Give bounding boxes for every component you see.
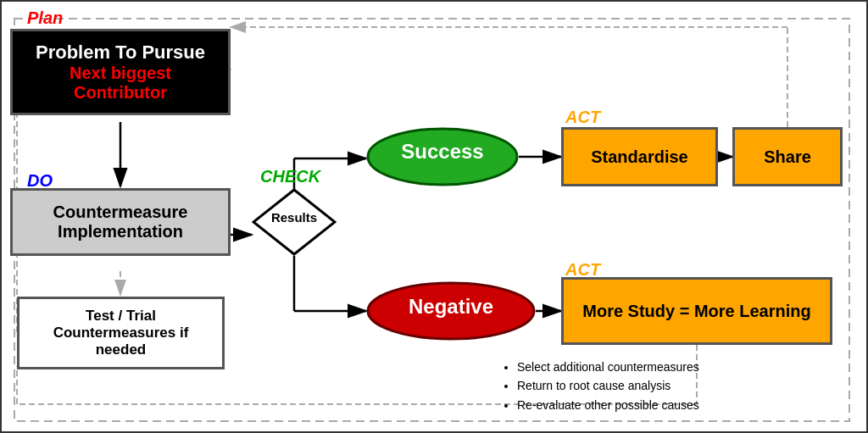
diamond-results [252,188,337,256]
morestudy-text: More Study = More Learning [582,301,810,321]
problem-line2: Next biggest Contributor [21,64,220,103]
box-test: Test / Trial Countermeasures if needed [17,297,225,369]
ellipse-negative [366,281,536,341]
ellipse-success [366,127,519,186]
svg-point-22 [368,283,534,339]
box-standardise: Standardise [561,127,718,186]
countermeasure-text: Countermeasure Implementation [21,203,220,241]
bullet-list: Select additional countermeasuresReturn … [502,358,699,414]
problem-line1: Problem To Pursue [21,42,220,64]
standardise-text: Standardise [591,147,687,167]
test-text: Test / Trial Countermeasures if needed [26,308,215,358]
diagram: Plan Problem To Pursue Next biggest Cont… [0,0,868,433]
box-share: Share [732,127,843,186]
share-text: Share [764,147,811,167]
label-plan: Plan [27,8,63,28]
bullet-item: Select additional countermeasures [517,358,699,376]
bullet-item: Re-evaluate other possible causes [517,396,699,414]
box-countermeasure: Countermeasure Implementation [10,188,231,256]
box-problem: Problem To Pursue Next biggest Contribut… [10,29,231,115]
svg-point-21 [368,129,517,185]
svg-marker-20 [253,190,335,254]
bullet-item: Return to root cause analysis [517,376,699,395]
label-act-top: ACT [565,108,600,127]
box-morestudy: More Study = More Learning [561,277,832,345]
label-check: CHECK [260,167,320,186]
